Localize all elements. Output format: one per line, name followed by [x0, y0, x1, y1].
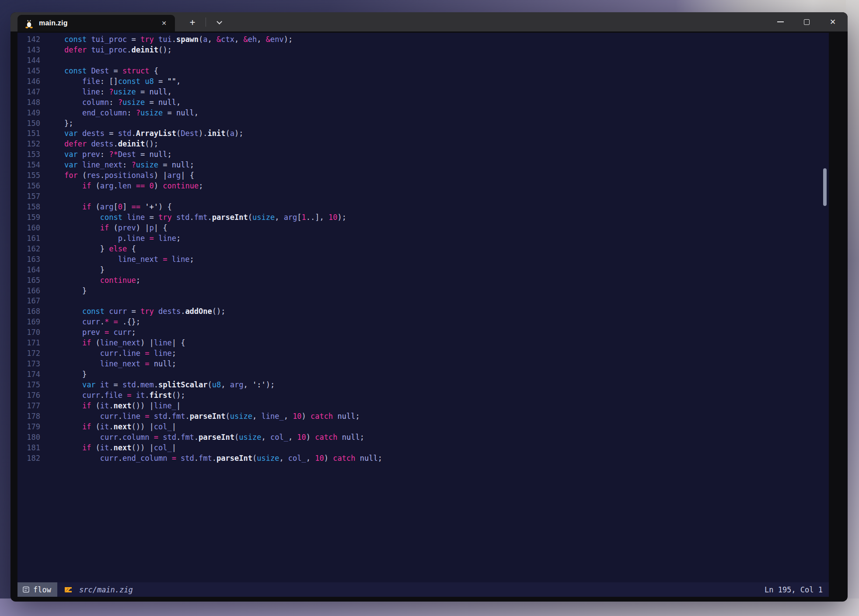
- code-line[interactable]: 182 curr.end_column = std.fmt.parseInt(u…: [17, 453, 829, 464]
- line-text: if (prev) |p| {: [40, 223, 167, 233]
- line-number: 165: [17, 275, 40, 286]
- code-line[interactable]: 142 const tui_proc = try tui.spawn(a, &c…: [17, 35, 829, 45]
- line-text: for (res.positionals) |arg| {: [40, 171, 194, 181]
- file-path[interactable]: src/main.zig: [79, 585, 133, 594]
- line-text: prev = curr;: [40, 327, 136, 338]
- line-text: const line = try std.fmt.parseInt(usize,…: [40, 212, 346, 223]
- code-line[interactable]: 152 defer dests.deinit();: [17, 139, 829, 150]
- code-line[interactable]: 153 var prev: ?*Dest = null;: [17, 150, 829, 160]
- code-line[interactable]: 163 line_next = line;: [17, 254, 829, 265]
- line-text: if (arg.len == 0) continue;: [40, 181, 203, 191]
- line-text: curr.* = .{};: [40, 317, 140, 327]
- line-text: }: [40, 286, 87, 296]
- line-text: curr.file = it.first();: [40, 390, 185, 401]
- line-text: [40, 56, 46, 66]
- code-line[interactable]: 151 var dests = std.ArrayList(Dest).init…: [17, 129, 829, 139]
- line-text: const curr = try dests.addOne();: [40, 306, 226, 317]
- titlebar[interactable]: main.zig ✕ + ✕: [10, 12, 848, 31]
- code-line[interactable]: 149 end_column: ?usize = null,: [17, 108, 829, 118]
- code-line[interactable]: 175 var it = std.mem.splitScalar(u8, arg…: [17, 380, 829, 390]
- code-line[interactable]: 172 curr.line = line;: [17, 348, 829, 359]
- tab-title: main.zig: [39, 19, 152, 27]
- line-text: if (line_next) |line| {: [40, 338, 185, 348]
- line-text: end_column: ?usize = null,: [40, 108, 199, 118]
- line-number: 155: [17, 171, 40, 181]
- line-number: 152: [17, 139, 40, 150]
- code-line[interactable]: 146 file: []const u8 = "",: [17, 77, 829, 87]
- cursor-position: Ln 195, Col 1: [765, 585, 829, 594]
- code-line[interactable]: 150 };: [17, 118, 829, 129]
- line-text: continue;: [40, 275, 140, 286]
- code-line[interactable]: 158 if (arg[0] == '+') {: [17, 202, 829, 212]
- code-line[interactable]: 178 curr.line = std.fmt.parseInt(usize, …: [17, 411, 829, 422]
- code-line[interactable]: 168 const curr = try dests.addOne();: [17, 306, 829, 317]
- line-text: file: []const u8 = "",: [40, 77, 181, 87]
- code-line[interactable]: 180 curr.column = std.fmt.parseInt(usize…: [17, 432, 829, 443]
- line-text: } else {: [40, 244, 136, 254]
- code-line[interactable]: 166 }: [17, 286, 829, 296]
- code-line[interactable]: 156 if (arg.len == 0) continue;: [17, 181, 829, 191]
- line-text: curr.column = std.fmt.parseInt(usize, co…: [40, 432, 364, 443]
- line-text: line_next = line;: [40, 254, 194, 265]
- line-text: if (arg[0] == '+') {: [40, 202, 172, 212]
- line-number: 179: [17, 422, 40, 432]
- code-line[interactable]: 162 } else {: [17, 244, 829, 254]
- line-number: 158: [17, 202, 40, 212]
- code-line[interactable]: 147 line: ?usize = null,: [17, 87, 829, 97]
- line-text: curr.end_column = std.fmt.parseInt(usize…: [40, 453, 382, 464]
- code-line[interactable]: 164 }: [17, 265, 829, 275]
- code-line[interactable]: 143 defer tui_proc.deinit();: [17, 45, 829, 56]
- new-tab-button[interactable]: +: [184, 15, 201, 29]
- tab-close-button[interactable]: ✕: [157, 17, 171, 30]
- line-number: 163: [17, 254, 40, 265]
- window-controls: ✕: [767, 12, 846, 31]
- maximize-button[interactable]: [793, 12, 820, 31]
- code-line[interactable]: 176 curr.file = it.first();: [17, 390, 829, 401]
- code-line[interactable]: 145 const Dest = struct {: [17, 66, 829, 77]
- line-number: 161: [17, 233, 40, 244]
- code-line[interactable]: 169 curr.* = .{};: [17, 317, 829, 327]
- code-line[interactable]: 179 if (it.next()) |col_|: [17, 422, 829, 432]
- tabbar-divider: [206, 17, 206, 27]
- line-number: 157: [17, 191, 40, 202]
- code-line[interactable]: 170 prev = curr;: [17, 327, 829, 338]
- mode-label: flow: [33, 585, 51, 594]
- line-text: var line_next: ?usize = null;: [40, 160, 194, 171]
- line-number: 153: [17, 150, 40, 160]
- code-line[interactable]: 181 if (it.next()) |col_|: [17, 443, 829, 453]
- code-line[interactable]: 154 var line_next: ?usize = null;: [17, 160, 829, 171]
- line-text: curr.line = std.fmt.parseInt(usize, line…: [40, 411, 360, 422]
- line-text: };: [40, 118, 73, 129]
- line-number: 145: [17, 66, 40, 77]
- code-line[interactable]: 155 for (res.positionals) |arg| {: [17, 171, 829, 181]
- status-bar: flow src/main.zig Ln 195, Col 1: [17, 582, 829, 597]
- code-line[interactable]: 171 if (line_next) |line| {: [17, 338, 829, 348]
- code-line[interactable]: 177 if (it.next()) |line_|: [17, 401, 829, 411]
- scrollbar-thumb[interactable]: [823, 168, 827, 206]
- code-line[interactable]: 161 p.line = line;: [17, 233, 829, 244]
- linux-tux-icon: [24, 18, 34, 28]
- code-line[interactable]: 165 continue;: [17, 275, 829, 286]
- tab-dropdown-button[interactable]: [210, 15, 227, 29]
- line-text: if (it.next()) |line_|: [40, 401, 181, 411]
- code-line[interactable]: 174 }: [17, 369, 829, 380]
- line-number: 174: [17, 369, 40, 380]
- line-number: 147: [17, 87, 40, 97]
- code-line[interactable]: 157: [17, 191, 829, 202]
- code-line[interactable]: 159 const line = try std.fmt.parseInt(us…: [17, 212, 829, 223]
- editor-pane[interactable]: 142 const tui_proc = try tui.spawn(a, &c…: [17, 33, 829, 597]
- wallpaper-right-strip: [846, 0, 859, 616]
- code-line[interactable]: 173 line_next = null;: [17, 359, 829, 369]
- code-line[interactable]: 160 if (prev) |p| {: [17, 223, 829, 233]
- close-button[interactable]: ✕: [820, 12, 846, 31]
- minimize-button[interactable]: [767, 12, 793, 31]
- line-number: 166: [17, 286, 40, 296]
- code-line[interactable]: 148 column: ?usize = null,: [17, 97, 829, 108]
- line-text: var dests = std.ArrayList(Dest).init(a);: [40, 129, 244, 139]
- mode-chip[interactable]: flow: [17, 582, 57, 597]
- tab-main-zig[interactable]: main.zig ✕: [17, 15, 175, 31]
- code-line[interactable]: 167: [17, 296, 829, 306]
- code-line[interactable]: 144: [17, 56, 829, 66]
- line-text: const tui_proc = try tui.spawn(a, &ctx, …: [40, 35, 293, 45]
- line-number: 142: [17, 35, 40, 45]
